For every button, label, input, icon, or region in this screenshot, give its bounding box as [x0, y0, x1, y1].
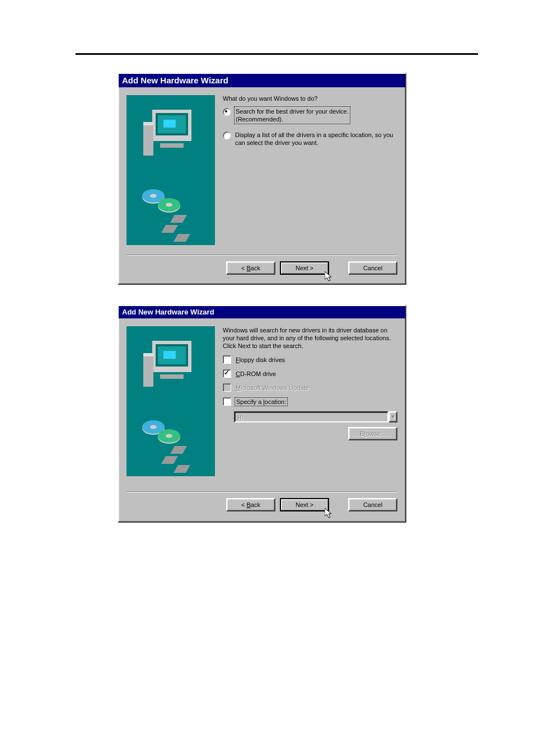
wizard-prompt: What do you want Windows to do?	[223, 95, 397, 102]
location-input: H:	[234, 411, 388, 422]
svg-rect-5	[143, 122, 153, 156]
svg-rect-3	[163, 120, 176, 128]
button-divider	[127, 255, 397, 256]
svg-point-26	[150, 425, 157, 429]
cancel-button[interactable]: Cancel	[348, 261, 397, 275]
radio-icon	[223, 132, 231, 139]
svg-rect-32	[174, 465, 190, 473]
option-search-best-driver[interactable]: Search for the best driver for your devi…	[223, 107, 397, 123]
checkbox-icon	[223, 383, 231, 392]
wizard-prompt: Windows will search for new drivers in i…	[223, 326, 397, 350]
svg-rect-4	[160, 143, 184, 148]
svg-rect-22	[143, 353, 153, 387]
check-floppy[interactable]: Floppy disk drives	[223, 355, 397, 364]
svg-rect-6	[143, 122, 153, 125]
location-dropdown-button: ▼	[388, 411, 397, 422]
location-combo: H: ▼	[234, 411, 397, 422]
wizard-sidebar-graphic	[127, 326, 215, 476]
svg-rect-23	[143, 353, 153, 356]
button-divider	[127, 491, 397, 492]
checkbox-icon	[223, 355, 231, 364]
title-bar: Add New Hardware Wizard	[119, 74, 405, 87]
svg-rect-13	[170, 215, 187, 223]
svg-rect-31	[161, 456, 178, 464]
svg-rect-14	[161, 225, 178, 233]
radio-icon	[223, 108, 231, 116]
checkbox-icon	[223, 369, 231, 378]
wizard-dialog-2: Add New Hardware Wizard	[118, 305, 406, 523]
check-winupdate: Microsoft Windows Update	[223, 383, 397, 392]
svg-point-29	[166, 434, 172, 438]
svg-point-9	[150, 194, 157, 198]
check-floppy-label: Floppy disk drives	[236, 356, 285, 363]
browse-button: Browse...	[348, 427, 397, 440]
option-display-list[interactable]: Display a list of all the drivers in a s…	[223, 131, 397, 147]
checkbox-icon	[223, 397, 231, 406]
svg-point-12	[166, 203, 172, 207]
next-button[interactable]: Next >	[280, 261, 329, 275]
wizard-sidebar-graphic	[127, 95, 215, 245]
back-button[interactable]: < Back	[226, 498, 275, 511]
page-divider	[76, 53, 478, 55]
check-cdrom[interactable]: CD-ROM drive	[223, 369, 397, 378]
chevron-down-icon: ▼	[391, 414, 396, 420]
check-winupdate-label: Microsoft Windows Update	[236, 384, 309, 391]
svg-rect-21	[160, 374, 184, 379]
check-specify-label: Specify a location:	[236, 398, 287, 405]
svg-rect-30	[170, 446, 187, 454]
option-search-label: Search for the best driver for your devi…	[235, 107, 349, 123]
next-button[interactable]: Next >	[280, 498, 329, 511]
check-cdrom-label: CD-ROM drive	[236, 370, 276, 377]
option-list-label: Display a list of all the drivers in a s…	[235, 131, 397, 147]
cancel-button[interactable]: Cancel	[348, 498, 397, 511]
wizard-dialog-1: Add New Hardware Wizard	[118, 73, 406, 285]
back-button[interactable]: < Back	[226, 261, 275, 275]
svg-rect-15	[174, 234, 190, 242]
check-specify-location[interactable]: Specify a location:	[223, 397, 397, 406]
title-bar: Add New Hardware Wizard	[119, 306, 405, 318]
svg-rect-20	[163, 351, 176, 359]
